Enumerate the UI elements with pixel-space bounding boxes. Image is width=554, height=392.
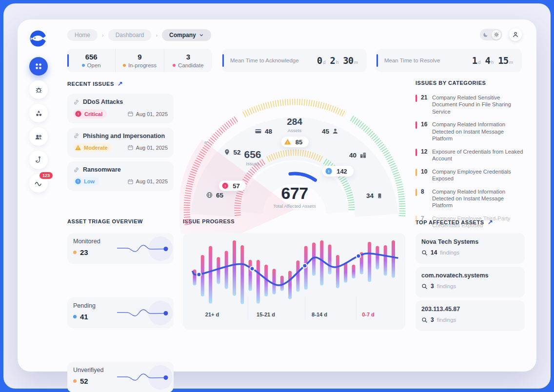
x-axis-label: 0-7 d: [362, 312, 375, 317]
recent-issue-item[interactable]: DDoS Attacks!CriticalAug 01, 2025: [67, 94, 174, 123]
affected-asset-item[interactable]: com.novatech.systems3findings: [416, 267, 525, 297]
x-axis-label: 8-14 d: [312, 312, 327, 317]
ip-pin-icon: IP: [223, 149, 230, 156]
breadcrumb-dashboard[interactable]: Dashboard: [108, 29, 152, 41]
time-segment: 2h: [330, 55, 338, 66]
svg-text:i: i: [328, 169, 329, 174]
gauge-chip-smartphone: 34: [366, 192, 383, 199]
stat-in-progress: 9In-progress: [115, 49, 163, 72]
triage-title: ASSET TRIAGE OVERVIEW: [67, 218, 143, 224]
recent-issue-item[interactable]: RansomwareiLowAug 01, 2025: [67, 161, 174, 191]
mttr-card: Mean Time to Resolve 1d4h15m: [376, 49, 522, 72]
categories-title: ISSUES BY CATEGORIES: [416, 80, 486, 86]
svg-text:!: !: [78, 112, 79, 116]
profile-button[interactable]: [509, 28, 522, 41]
breadcrumb-company[interactable]: Company: [162, 29, 211, 41]
sidebar: 123: [29, 57, 48, 193]
affected-asset-item[interactable]: 203.113.45.873findings: [416, 300, 525, 331]
triage-sparkline: [116, 306, 170, 320]
issue-date: Aug 01, 2025: [127, 111, 168, 117]
gauge-arcs: [179, 93, 410, 234]
person-icon: [332, 128, 338, 135]
bucket-divider: [248, 296, 248, 320]
affected-asset-item[interactable]: Nova Tech Systems14findings: [416, 233, 525, 264]
status-dot: [173, 64, 176, 67]
status-dot: [123, 64, 126, 67]
activity-icon: [34, 178, 43, 188]
app-logo[interactable]: [28, 29, 48, 48]
sidebar-item-dashboard[interactable]: [29, 57, 48, 76]
category-item: 21Company Related Sensitive Document Fou…: [416, 94, 525, 115]
category-item: 7Company Employee Third-Party Credential…: [416, 215, 525, 229]
stat-open: 656Open: [67, 49, 115, 72]
building-icon: [359, 152, 367, 159]
mttr-label: Mean Time to Resolve: [384, 58, 440, 63]
time-segment: 1d: [472, 55, 481, 66]
issue-progress-chart: 21+ d15-21 d8-14 d0-7 d: [183, 233, 405, 330]
logo-icon: [28, 29, 48, 48]
category-item: 12Exposure of Credentials from Leaked Ac…: [416, 148, 525, 162]
svg-text:!: !: [78, 146, 79, 150]
bucket-divider: [356, 296, 356, 320]
gauge-badge-info: i142: [322, 166, 354, 176]
sidebar-item-assets[interactable]: [29, 104, 48, 122]
category-item: 8Company Related Information Detected on…: [416, 188, 525, 209]
svg-text:i: i: [78, 179, 79, 183]
link-icon: [73, 99, 79, 105]
search-icon: [421, 317, 428, 323]
category-level-bar: [416, 189, 417, 196]
gauge-badge-critical: !57: [219, 181, 246, 191]
moon-icon: [483, 32, 489, 38]
category-level-bar: [416, 121, 417, 129]
affected-assets-gauge: 284 Assets 656 Issues 677 Total Affected…: [179, 93, 410, 234]
gauge-chip-credit-card: 48: [255, 128, 272, 135]
smartphone-icon: [376, 192, 383, 199]
shapes-icon: [34, 109, 43, 118]
sidebar-item-issues[interactable]: [29, 80, 48, 99]
category-item: 16Company Related Information Detected o…: [416, 121, 525, 142]
grid-icon: [34, 61, 43, 71]
gauge-chip-building: 40: [349, 152, 367, 159]
notification-badge: 123: [39, 171, 54, 180]
stats-summary-card: 656Open9In-progress3Candidate: [67, 49, 212, 72]
severity-badge: !Moderate: [73, 143, 112, 152]
triage-sparkline: [116, 370, 170, 385]
sidebar-item-phishing[interactable]: [29, 151, 48, 169]
moderate-icon: !: [75, 144, 81, 151]
recent-issues-link-icon[interactable]: ↗: [118, 80, 123, 87]
gauge-chip-person: 45: [322, 128, 338, 135]
gauge-assets-stat: 284 Assets: [287, 117, 302, 133]
triage-dot: [73, 315, 77, 318]
top-actions: [480, 28, 522, 41]
recent-issues-title: RECENT ISSUES ↗: [67, 80, 123, 87]
severity-badge: !Critical: [73, 109, 107, 118]
category-level-bar: [416, 169, 417, 176]
stat-candidate: 3Candidate: [164, 49, 212, 72]
triage-dot: [73, 379, 77, 383]
svg-text:!: !: [225, 184, 226, 188]
category-level-bar: [416, 216, 417, 223]
sidebar-item-groups[interactable]: [29, 127, 48, 146]
breadcrumb-home[interactable]: Home: [67, 29, 98, 41]
search-icon: [421, 250, 428, 256]
group-icon: [34, 132, 43, 141]
mtta-label: Mean Time to Acknowledge: [230, 58, 299, 63]
search-icon: [421, 283, 428, 290]
severity-badge: iLow: [73, 177, 99, 186]
link-icon: [73, 133, 79, 139]
triage-dot: [73, 251, 77, 254]
low-icon: i: [75, 178, 81, 185]
theme-toggle[interactable]: [480, 29, 502, 40]
mtta-card: Mean Time to Acknowledge 0d2h30m: [222, 49, 367, 72]
gauge-chip-globe: 65: [206, 192, 223, 199]
bug-icon: [34, 85, 43, 95]
triage-item-pending: Pending41: [67, 297, 174, 328]
link-icon: [73, 167, 79, 173]
sidebar-item-activity[interactable]: 123: [29, 174, 48, 193]
triage-item-unverifiyed: Unverifiyed52: [67, 362, 174, 392]
credit-card-icon: [255, 128, 262, 135]
category-level-bar: [416, 149, 417, 156]
hook-icon: [34, 156, 43, 164]
user-icon: [512, 31, 519, 38]
recent-issue-item[interactable]: Phishing and Impersonation!ModerateAug 0…: [67, 128, 174, 157]
